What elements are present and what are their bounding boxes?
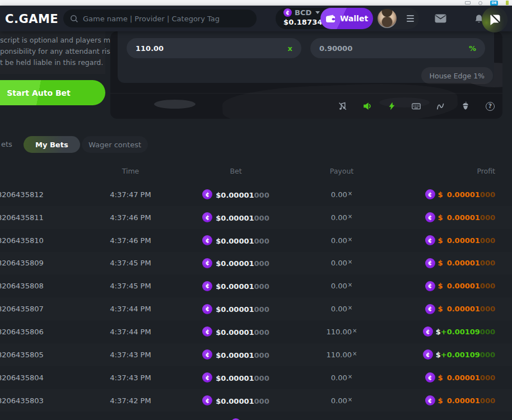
tab-all-bets-partial[interactable]: ets xyxy=(1,140,12,148)
chat-toggle-button[interactable] xyxy=(482,7,508,32)
table-row[interactable]: 82064358094:37:45 PM¢$0.000010000.00×¢$0… xyxy=(0,252,512,275)
bet-payout: 0.00× xyxy=(331,259,352,267)
bet-id: 8206435811 xyxy=(0,213,73,222)
avatar[interactable] xyxy=(378,9,397,28)
table-row[interactable]: 82064358124:37:47 PM¢$0.000010000.00×¢$0… xyxy=(0,183,512,206)
disclaimer-line: t be held liable in this regard. xyxy=(0,57,105,68)
win-chance-input[interactable] xyxy=(319,44,469,53)
bet-time: 4:37:43 PM xyxy=(110,351,151,359)
game-search-bar[interactable] xyxy=(63,10,257,27)
bet-id: 8206435809 xyxy=(0,259,73,267)
table-row[interactable]: 82064358064:37:44 PM¢$0.00001000110.00×¢… xyxy=(0,320,512,343)
browser-edge-dot xyxy=(506,1,509,5)
header-profit: Profit xyxy=(477,167,512,175)
currency-code: BCD xyxy=(295,8,311,17)
bet-id: 8206435805 xyxy=(0,351,73,359)
header-time: Time xyxy=(122,167,139,175)
bets-tabs: ets My Bets Wager contest xyxy=(0,136,512,153)
bet-id: 8206435812 xyxy=(0,190,73,199)
bet-amount: ¢$0.00001000 xyxy=(202,326,269,337)
bet-payout: 0.00× xyxy=(331,374,352,382)
provably-fair-acorn-icon[interactable] xyxy=(460,101,471,111)
browser-profile-icon[interactable] xyxy=(478,1,482,5)
user-menu-icon xyxy=(407,15,414,22)
bet-payout: 110.00× xyxy=(327,351,357,359)
sound-on-icon[interactable] xyxy=(362,101,372,111)
table-row[interactable]: 82064358054:37:43 PM¢$0.00001000110.00×¢… xyxy=(0,343,512,366)
help-icon[interactable]: ? xyxy=(485,101,495,111)
bet-payout: 0.00× xyxy=(331,396,352,405)
bcd-coin-icon: ¢ xyxy=(423,326,433,337)
bet-profit: ¢$0.00001000 xyxy=(425,235,512,245)
bet-profit: ¢$0.00001000 xyxy=(425,281,512,291)
bcd-coin-icon: ¢ xyxy=(202,258,212,268)
bet-payout: 0.00× xyxy=(331,236,352,245)
browser-extension-icon[interactable] xyxy=(465,1,471,4)
bet-payout: 0.00× xyxy=(331,282,352,290)
win-chance-field[interactable]: % xyxy=(310,38,485,58)
live-stats-icon[interactable] xyxy=(436,101,446,111)
start-auto-bet-button[interactable]: Start Auto Bet xyxy=(0,80,105,105)
bet-time: 4:37:46 PM xyxy=(110,236,151,245)
table-row[interactable]: 82064358114:37:46 PM¢$0.000010000.00×¢$0… xyxy=(0,206,512,229)
hotkeys-keyboard-icon[interactable] xyxy=(411,101,421,111)
bets-table-body: 82064358124:37:47 PM¢$0.000010000.00×¢$0… xyxy=(0,183,512,420)
game-toolbar: ? xyxy=(110,94,502,119)
bet-id: 8206435808 xyxy=(0,282,73,290)
turbo-bolt-icon[interactable] xyxy=(387,101,397,111)
bet-amount: ¢$0.00001000 xyxy=(202,349,269,360)
bet-profit: ¢$0.00001000 xyxy=(425,189,512,199)
wallet-button[interactable]: Wallet xyxy=(320,8,373,29)
tab-my-bets[interactable]: My Bets xyxy=(24,136,80,153)
disclaimer-line: script is optional and players must take xyxy=(0,35,105,46)
table-row[interactable]: 82064358074:37:44 PM¢$0.000010000.00×¢$0… xyxy=(0,297,512,320)
bet-time: 4:37:45 PM xyxy=(110,259,151,267)
bet-amount: ¢$0.00001000 xyxy=(202,304,269,314)
bet-amount: ¢$0.00001000 xyxy=(202,395,269,406)
table-row[interactable]: 82064358034:37:42 PM¢$0.000010000.00×¢$0… xyxy=(0,389,512,412)
table-row[interactable]: 82064358044:37:43 PM¢$0.000010000.00×¢$0… xyxy=(0,366,512,389)
bet-amount: ¢$0.00001000 xyxy=(202,189,269,200)
bet-amount: ¢$0.00001000 xyxy=(202,235,269,246)
bet-time: 4:37:46 PM xyxy=(110,213,151,222)
messages-icon[interactable] xyxy=(435,14,446,25)
browser-chrome-strip: DE xyxy=(0,0,512,6)
top-navbar: C.GAME ¢ BCD $0.18734200 Wallet xyxy=(0,6,512,31)
bet-payout: 0.00× xyxy=(331,305,352,313)
bcd-coin-icon: ¢ xyxy=(202,189,212,199)
search-input[interactable] xyxy=(83,15,250,23)
bcd-coin-icon: ¢ xyxy=(425,304,435,314)
chat-disabled-icon xyxy=(488,13,501,26)
wallet-label: Wallet xyxy=(340,14,368,23)
table-row-partial: ¢ xyxy=(0,412,512,420)
payout-multiplier-field[interactable]: x xyxy=(127,38,301,58)
payout-multiplier-input[interactable] xyxy=(136,44,288,53)
bcd-coin-icon: ¢ xyxy=(425,212,435,222)
bets-table-header: Time Bet Payout Profit xyxy=(0,164,512,178)
user-menu[interactable] xyxy=(376,8,419,29)
bcgame-logo[interactable]: C.GAME xyxy=(5,12,58,26)
bet-amount: ¢$0.00001000 xyxy=(202,372,269,383)
bcd-coin-icon: ¢ xyxy=(423,349,433,360)
tab-wager-contest[interactable]: Wager contest xyxy=(82,136,148,153)
header-payout: Payout xyxy=(330,167,354,175)
bcd-coin-icon: ¢ xyxy=(202,235,212,245)
table-row[interactable]: 82064358104:37:46 PM¢$0.000010000.00×¢$0… xyxy=(0,229,512,252)
bet-time: 4:37:44 PM xyxy=(110,305,151,313)
bet-profit: ¢$0.00001000 xyxy=(425,304,512,314)
bet-payout: 0.00× xyxy=(331,213,352,222)
bcd-coin-icon: ¢ xyxy=(202,281,212,291)
music-off-icon[interactable] xyxy=(337,101,347,111)
bcd-coin-icon: ¢ xyxy=(425,189,435,199)
table-row[interactable]: 82064358084:37:45 PM¢$0.000010000.00×¢$0… xyxy=(0,274,512,297)
bet-id: 8206435804 xyxy=(0,374,73,382)
bcd-coin-icon: ¢ xyxy=(202,395,212,405)
browser-extension-de-badge[interactable]: DE xyxy=(490,1,498,6)
bet-profit: ¢$0.00001000 xyxy=(425,212,512,222)
bet-time: 4:37:45 PM xyxy=(110,282,151,290)
bet-id: 8206435806 xyxy=(0,328,73,336)
bcd-coin-icon: ¢ xyxy=(202,304,212,314)
bet-time: 4:37:43 PM xyxy=(110,374,151,382)
bcd-coin-icon: ¢ xyxy=(202,326,212,337)
bcd-coin-icon: ¢ xyxy=(202,349,212,360)
